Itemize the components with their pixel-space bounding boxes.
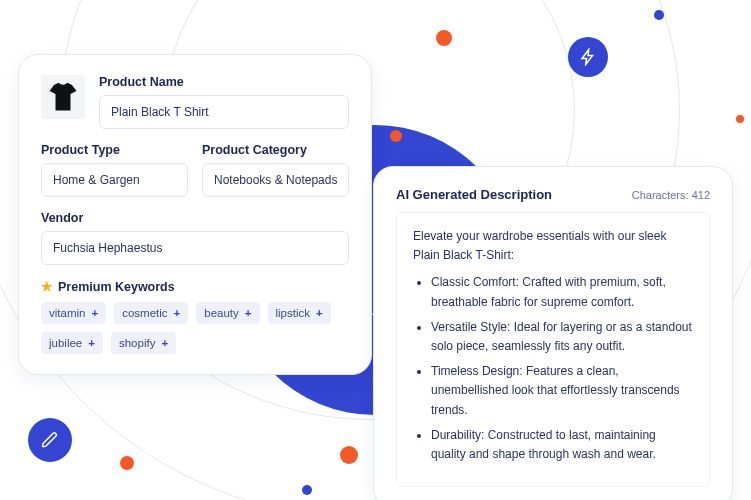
product-thumbnail — [41, 75, 85, 119]
keyword-text: cosmetic — [122, 307, 167, 319]
keyword-tag[interactable]: jubilee+ — [41, 332, 103, 354]
lightning-icon — [568, 37, 608, 77]
plus-icon[interactable]: + — [161, 337, 168, 349]
tshirt-icon — [48, 80, 78, 114]
product-type-label: Product Type — [41, 143, 188, 157]
product-type-input[interactable] — [41, 163, 188, 197]
keywords-row: vitamin+cosmetic+beauty+lipstick+jubilee… — [41, 302, 349, 354]
keyword-text: beauty — [204, 307, 239, 319]
plus-icon[interactable]: + — [174, 307, 181, 319]
dot-icon — [436, 30, 452, 46]
star-icon: ★ — [41, 279, 53, 294]
keyword-text: jubilee — [49, 337, 82, 349]
description-bullet: Classic Comfort: Crafted with premium, s… — [431, 273, 693, 311]
product-category-input[interactable] — [202, 163, 349, 197]
keyword-tag[interactable]: lipstick+ — [268, 302, 331, 324]
plus-icon[interactable]: + — [88, 337, 95, 349]
dot-icon — [120, 456, 134, 470]
keyword-text: lipstick — [276, 307, 311, 319]
product-category-label: Product Category — [202, 143, 349, 157]
dot-icon — [302, 485, 312, 495]
keyword-tag[interactable]: beauty+ — [196, 302, 259, 324]
product-name-label: Product Name — [99, 75, 349, 89]
description-bullets: Classic Comfort: Crafted with premium, s… — [413, 273, 693, 464]
description-card: AI Generated Description Characters: 412… — [373, 166, 733, 500]
product-name-input[interactable] — [99, 95, 349, 129]
product-form-card: Product Name Product Type Product Catego… — [18, 54, 372, 375]
character-count: Characters: 412 — [632, 189, 710, 201]
dot-icon — [736, 115, 744, 123]
keyword-tag[interactable]: cosmetic+ — [114, 302, 188, 324]
keyword-text: vitamin — [49, 307, 85, 319]
keyword-tag[interactable]: vitamin+ — [41, 302, 106, 324]
description-body: Elevate your wardrobe essentials with ou… — [396, 212, 710, 487]
dot-icon — [654, 10, 664, 20]
dot-icon — [390, 130, 402, 142]
keyword-tag[interactable]: shopify+ — [111, 332, 176, 354]
plus-icon[interactable]: + — [316, 307, 323, 319]
keywords-label-text: Premium Keywords — [58, 280, 175, 294]
vendor-label: Vendor — [41, 211, 349, 225]
description-bullet: Versatile Style: Ideal for layering or a… — [431, 318, 693, 356]
dot-icon — [340, 446, 358, 464]
premium-keywords-label: ★ Premium Keywords — [41, 279, 349, 294]
keyword-text: shopify — [119, 337, 155, 349]
vendor-input[interactable] — [41, 231, 349, 265]
description-bullet: Durability: Constructed to last, maintai… — [431, 426, 693, 464]
description-intro: Elevate your wardrobe essentials with ou… — [413, 227, 693, 265]
pencil-icon — [28, 418, 72, 462]
plus-icon[interactable]: + — [245, 307, 252, 319]
plus-icon[interactable]: + — [91, 307, 98, 319]
description-title: AI Generated Description — [396, 187, 552, 202]
description-bullet: Timeless Design: Features a clean, unemb… — [431, 362, 693, 420]
